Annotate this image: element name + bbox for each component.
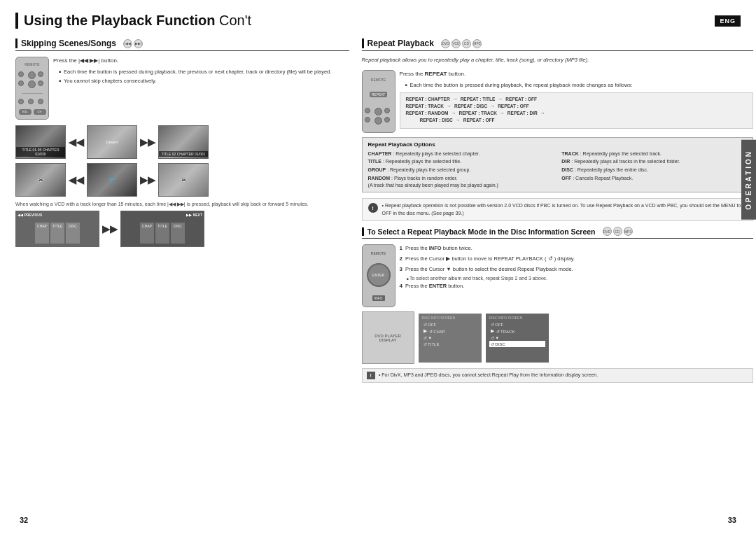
cursor-ring: ENTER: [367, 263, 391, 287]
repeat-section-header: Repeat Playback DVD VCD CD MP3: [362, 38, 753, 51]
menu-item-chap: ▶ ↺ CHAP: [422, 328, 478, 335]
flow-row-2: REPEAT : TRACK → REPEAT : DISC → REPEAT …: [406, 104, 747, 108]
menu-screen-right: DISC INFO SCREEN ↺ OFF ▶ ↺ TRACK ↺ ▼ ↺ D…: [486, 314, 549, 363]
remote-btn: [365, 117, 370, 122]
repeat-note-text: • Repeat playback operation is not possi…: [382, 202, 747, 217]
menu-item-down: ↺ ▼: [422, 335, 478, 341]
remote-btn: [18, 71, 24, 77]
scene-image-4: 🦝: [15, 163, 66, 197]
scene-arrow-4: ▶▶: [140, 174, 155, 185]
skip-content: REMOTE: [15, 57, 349, 120]
remote-btn: [384, 108, 390, 113]
nav-screen-prev: ◀◀ PREVIOUS CHAP TITLE DISC: [15, 211, 99, 247]
remote-btn: [374, 117, 382, 125]
bottom-note-text: • For DivX, MP3 and JPEG discs, you cann…: [379, 372, 598, 379]
device-diagram: DVD PLAYERDISPLAY: [362, 311, 414, 364]
scene-row-3: ◀◀ PREVIOUS CHAP TITLE DISC ▶▶ ▶▶ NEXT C…: [15, 211, 349, 247]
cd-icon: CD: [462, 39, 471, 48]
remote-btn: [365, 108, 370, 113]
remote-btn: [28, 71, 36, 79]
vol-controls: VOL CH: [19, 109, 46, 115]
eng-badge: ENG: [715, 15, 741, 27]
option-off: OFF : Cancels Repeat Playback.: [561, 175, 747, 189]
diagram-row: DVD PLAYERDISPLAY DISC INFO SCREEN ↺ OFF…: [362, 311, 753, 364]
flow-row-1: REPEAT : CHAPTER → REPEAT : TITLE → REPE…: [406, 97, 747, 101]
option-group: GROUP : Repeatedly plays the selected gr…: [368, 167, 554, 174]
page-numbers: 32 33: [0, 516, 756, 524]
select-repeat-header: To Select a Repeat Playback Mode in the …: [362, 227, 753, 239]
skip-bullet-1: Each time the button is pressed during p…: [53, 69, 349, 76]
options-grid: CHAPTER : Repeatedly plays the selected …: [368, 150, 747, 189]
nav-screen-next: ▶▶ NEXT CHAP TITLE DISC: [120, 211, 204, 247]
vcd-icon: VCD: [451, 39, 461, 48]
left-column: Skipping Scenes/Songs |◀◀ ▶▶| REMOTE: [15, 38, 349, 383]
remote-btn: [28, 99, 34, 104]
repeat-note-box: ! • Repeat playback operation is not pos…: [362, 198, 753, 221]
repeat-bullet: Each time the button is pressed during p…: [400, 82, 753, 90]
skipping-title: Skipping Scenes/Songs: [15, 38, 116, 48]
flow-row-4: REPEAT : DISC → REPEAT : OFF: [406, 118, 747, 122]
option-track: TRACK : Repeatedly plays the selected tr…: [561, 150, 747, 157]
repeat-content-row: REMOTE REPEAT Press the REPEAT button.: [362, 70, 753, 133]
right-column: Repeat Playback DVD VCD CD MP3 Repeat pl…: [362, 38, 753, 383]
menu-item-off: ↺ OFF: [422, 321, 478, 328]
step-3: 3 Press the Cursor ▼ button to select th…: [400, 265, 753, 274]
operation-label: OPERATION: [741, 140, 756, 220]
option-title: TITLE : Repeatedly plays the selected ti…: [368, 158, 554, 165]
dvd-icon-2: DVD: [603, 227, 612, 236]
remote-btn: [38, 71, 43, 77]
scene-image-1: TITLE 01-05 CHAPTER 02/030: [15, 125, 66, 159]
step-4: 4 Press the ENTER button.: [400, 282, 753, 290]
option-disc: DISC : Repeatedly plays the entire disc.: [561, 167, 747, 174]
remote-left: REMOTE: [15, 57, 49, 120]
menu-item-title: ↺ TITLE: [422, 341, 478, 347]
page-header: Using the Playback Function Con't ENG: [15, 13, 741, 29]
vol-btn: VOL: [19, 109, 31, 115]
cd-icon-2: CD: [613, 227, 622, 236]
skip-vcd-note: When watching a VCD with a track longer …: [15, 201, 349, 208]
remote-btn: [18, 80, 24, 86]
remote-btn: [374, 108, 382, 115]
section-icon-group: |◀◀ ▶▶|: [123, 39, 143, 48]
steps-container: 1 Press the INFO button twice. 2 Press t…: [400, 244, 753, 307]
icon-prev: |◀◀: [123, 39, 132, 48]
menu-item-disc: ↺ DISC: [489, 341, 545, 347]
bottom-note-box: ! • For DivX, MP3 and JPEG discs, you ca…: [362, 368, 753, 383]
page-num-left: 32: [20, 516, 28, 524]
select-repeat-content: REMOTE ENTER INFO 1 Press the INFO butto…: [362, 244, 753, 307]
flow-row-3: REPEAT : RANDOM → REPEAT : TRACK → REPEA…: [406, 111, 747, 115]
option-chapter: CHAPTER : Repeatedly plays the selected …: [368, 150, 554, 157]
skip-instruction-text: Press the |◀◀ ▶▶| button.: [53, 57, 349, 64]
repeat-icons: DVD VCD CD MP3: [441, 39, 482, 48]
page-num-right: 33: [728, 516, 736, 524]
main-columns: Skipping Scenes/Songs |◀◀ ▶▶| REMOTE: [15, 38, 741, 383]
remote-btn: [28, 80, 36, 88]
remote-btn: [18, 99, 24, 104]
remote-btn: [384, 117, 390, 122]
ch-btn: CH: [34, 109, 46, 115]
scene-image-2: Desert: [87, 125, 137, 159]
flow-diagram: REPEAT : CHAPTER → REPEAT : TITLE → REPE…: [400, 92, 753, 129]
note-icon: !: [368, 203, 378, 213]
scene-arrow-2: ▶▶: [140, 136, 155, 148]
repeat-title: Repeat Playback: [362, 38, 434, 48]
page-container: Using the Playback Function Con't ENG Sk…: [0, 0, 756, 534]
page-title: Using the Playback Function Con't: [15, 13, 251, 29]
info-btn-label: INFO: [372, 295, 385, 301]
step-3-sub: To select another album and track, repea…: [400, 276, 753, 281]
menu-screen-left: DISC INFO SCREEN ↺ OFF ▶ ↺ CHAP ↺ ▼ ↺ TI…: [419, 314, 482, 363]
icon-next: ▶▶|: [134, 39, 143, 48]
info-icon-box: !: [367, 372, 375, 379]
remote-info: REMOTE ENTER INFO: [362, 244, 396, 307]
options-title: Repeat Playback Options: [368, 141, 747, 148]
nav-arrow: ▶▶: [102, 223, 118, 234]
scene-arrow-3: ◀◀: [69, 174, 84, 185]
scene-image-5: 🐦: [87, 163, 137, 197]
remote-repeat-btns: [365, 108, 393, 125]
step-1: 1 Press the INFO button twice.: [400, 244, 753, 253]
remote-repeat: REMOTE REPEAT: [362, 70, 396, 133]
mp3-icon: MP3: [472, 39, 482, 48]
remote-buttons-2: [18, 99, 46, 104]
remote-btn: [38, 80, 43, 86]
remote-buttons: [18, 71, 46, 88]
